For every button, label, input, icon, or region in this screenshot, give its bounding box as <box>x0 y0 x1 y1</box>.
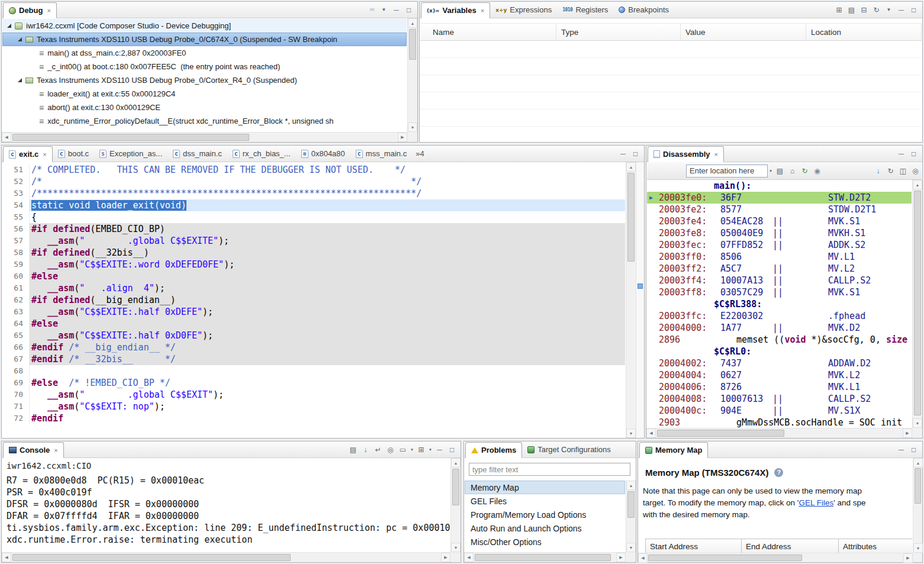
debug-tree-item[interactable]: _c_int00() at boot.c:180 0x007FEE5C (the… <box>2 60 407 73</box>
scrollbar-thumb[interactable] <box>915 468 921 504</box>
scroll-lock-icon[interactable]: ↓ <box>360 444 371 456</box>
assembly-step-icon[interactable]: ↓ <box>873 165 884 177</box>
scroll-left-icon[interactable]: ◀ <box>646 428 656 438</box>
editor-line[interactable]: 67#endif /* __32bis__ */ <box>2 353 625 365</box>
editor-line[interactable]: 65 __asm("C$$EXITE:.half 0xD0FE"); <box>2 330 625 341</box>
scroll-up-icon[interactable]: ▲ <box>913 180 922 189</box>
gel-files-link[interactable]: GEL Files <box>799 498 833 507</box>
vertical-scrollbar[interactable]: ▲ ▼ <box>913 458 922 553</box>
clear-console-icon[interactable]: ▤ <box>347 444 359 456</box>
open-console-icon[interactable]: ⊞ <box>416 444 427 456</box>
maximize-icon[interactable]: □ <box>908 444 919 456</box>
column-header-attributes[interactable]: Attributes <box>839 539 912 554</box>
tab-variables[interactable]: Variables× <box>421 2 490 18</box>
disasm-instruction[interactable]: ▶20003fe0:36F7STW.D2T2 <box>647 192 912 204</box>
disasm-instruction[interactable]: 20004000:1A77||MVK.D2 <box>647 322 912 334</box>
horizontal-scrollbar[interactable]: ◀ ▶ <box>646 428 912 438</box>
editor-line[interactable]: 53/*************************************… <box>2 188 625 199</box>
view-menu-icon[interactable]: ▼ <box>378 4 389 16</box>
pin-console-icon[interactable]: ◎ <box>385 444 396 456</box>
editor-line[interactable]: 55{ <box>2 211 625 223</box>
scroll-up-icon[interactable]: ▲ <box>626 481 636 490</box>
editor-line[interactable]: 72#endif <box>2 412 625 424</box>
scroll-down-icon[interactable]: ▼ <box>408 123 417 132</box>
scroll-down-icon[interactable]: ▼ <box>626 543 636 552</box>
view-menu-icon[interactable]: ▼ <box>883 4 894 16</box>
scrollbar-thumb[interactable] <box>475 554 611 561</box>
debug-tree-item[interactable]: iwr1642.ccxml [Code Composer Studio - De… <box>2 19 407 33</box>
home-icon[interactable]: ⌂ <box>787 165 798 177</box>
tab-problems[interactable]: Problems <box>465 442 522 458</box>
horizontal-scrollbar[interactable]: ◀ ▶ <box>638 553 913 562</box>
maximize-icon[interactable]: □ <box>446 444 458 456</box>
editor-tab-boot-c[interactable]: boot.c <box>53 146 94 162</box>
disasm-instruction[interactable]: 20003fe4:054EAC28||MVK.S1 <box>647 215 912 227</box>
disasm-source-line[interactable]: 2903 gMmwDssMCB.socHandle = SOC_init <box>647 417 912 427</box>
minimize-icon[interactable]: ─ <box>617 148 629 160</box>
disasm-instruction[interactable]: 20003ff4:10007A13||CALLP.S2 <box>647 275 912 286</box>
scrollbar-thumb[interactable] <box>914 191 921 415</box>
vertical-scrollbar[interactable]: ▲ ▼ <box>450 458 461 552</box>
link-debug-icon[interactable]: ↻ <box>799 165 810 177</box>
scroll-down-icon[interactable]: ▼ <box>913 543 923 553</box>
annotation-marker[interactable] <box>638 283 643 289</box>
editor-line[interactable]: 59 __asm("C$$EXITE:.word 0xDEFED0FE"); <box>2 259 625 270</box>
scrollbar-thumb[interactable] <box>657 430 784 437</box>
column-header-value[interactable]: Value <box>681 24 806 40</box>
maximize-icon[interactable]: □ <box>403 4 414 16</box>
close-icon[interactable]: × <box>481 7 484 14</box>
editor-tab-exit-c[interactable]: exit.c× <box>3 146 53 162</box>
scrollbar-thumb[interactable] <box>12 134 249 141</box>
editor-line[interactable]: 64#else <box>2 318 625 330</box>
vertical-scrollbar[interactable]: ▲ ▼ <box>407 18 417 132</box>
editor-line[interactable]: 51/* COMPLETED. THIS CAN BE REMOVED IF T… <box>2 164 625 176</box>
scroll-down-icon[interactable]: ▼ <box>626 428 636 438</box>
scrollbar-thumb[interactable] <box>627 491 635 518</box>
editor-line[interactable]: 56#if defined(EMBED_CIO_BP) <box>2 223 625 235</box>
disasm-instruction[interactable]: 2000400c:904E||MV.S1X <box>647 405 912 417</box>
editor-line[interactable]: 57 __asm(" .global C$$EXITE"); <box>2 235 625 247</box>
display-selected-console-icon[interactable]: ▭ <box>397 444 408 456</box>
disasm-instruction[interactable]: 20003fe2:8577STDW.D2T1 <box>647 204 912 215</box>
horizontal-scrollbar[interactable]: ◀ ▶ <box>464 552 626 562</box>
scrollbar-thumb[interactable] <box>452 469 459 505</box>
editor-tab-exception-as[interactable]: Exception_as... <box>94 146 168 162</box>
tab-target-configurations[interactable]: Target Configurations <box>522 441 616 457</box>
table-row[interactable] <box>420 75 922 92</box>
scroll-down-icon[interactable]: ▼ <box>451 543 461 552</box>
disasm-source-line[interactable]: 2896 memset ((void *)&socCfg, 0, size <box>647 334 912 346</box>
list-item-memory-map[interactable]: Memory Map <box>465 481 625 494</box>
scroll-right-icon[interactable]: ▶ <box>398 133 407 142</box>
show-logical-structure-icon[interactable]: ▤ <box>846 4 857 16</box>
minimize-icon[interactable]: ─ <box>896 444 907 456</box>
scroll-up-icon[interactable]: ▲ <box>451 458 461 468</box>
scrollbar-thumb[interactable] <box>409 29 416 60</box>
scroll-right-icon[interactable]: ▶ <box>903 553 913 563</box>
disasm-instruction[interactable]: 20004004:0627MVK.L2 <box>647 369 912 381</box>
disasm-instruction[interactable]: 20003ffc:E2200302.fphead <box>647 310 912 322</box>
table-row[interactable] <box>420 41 922 58</box>
scroll-up-icon[interactable]: ▲ <box>408 18 417 28</box>
debug-tree-item[interactable]: abort() at exit.c:130 0x000129CE <box>2 101 407 114</box>
close-icon[interactable]: × <box>54 447 57 454</box>
debug-tree-item[interactable]: Texas Instruments XDS110 USB Debug Probe… <box>2 33 407 46</box>
disasm-instruction[interactable]: 20004008:10007613||CALLP.S2 <box>647 393 912 405</box>
scroll-up-icon[interactable]: ▲ <box>626 162 636 172</box>
minimize-icon[interactable]: ─ <box>391 4 402 16</box>
vertical-scrollbar[interactable]: ▲ ▼ <box>912 180 922 428</box>
disasm-instruction[interactable]: 20003ff8:03057C29||MVK.S1 <box>647 286 912 298</box>
expand-arrow-icon[interactable] <box>18 37 22 41</box>
editor-code[interactable]: 51/* COMPLETED. THIS CAN BE REMOVED IF T… <box>2 163 625 437</box>
editor-line[interactable]: 61 __asm(" .align 4"); <box>2 282 625 294</box>
scroll-left-icon[interactable]: ◀ <box>638 553 648 563</box>
table-row[interactable] <box>420 92 922 109</box>
editor-line[interactable]: 58#if defined(__32bis__) <box>2 247 625 259</box>
scrollbar-thumb[interactable] <box>12 554 291 561</box>
scroll-left-icon[interactable]: ◀ <box>2 133 11 142</box>
editor-tab-mss-main-c[interactable]: mss_main.c <box>350 146 412 162</box>
tab-registers[interactable]: Registers <box>557 2 613 18</box>
tab-debug[interactable]: Debug × <box>3 2 57 18</box>
disasm-instruction[interactable]: 20003ff0:8506MV.L1 <box>647 251 912 263</box>
editor-line[interactable]: 66#endif /* __big_endian__ */ <box>2 341 625 353</box>
minimize-icon[interactable]: ─ <box>896 4 907 16</box>
